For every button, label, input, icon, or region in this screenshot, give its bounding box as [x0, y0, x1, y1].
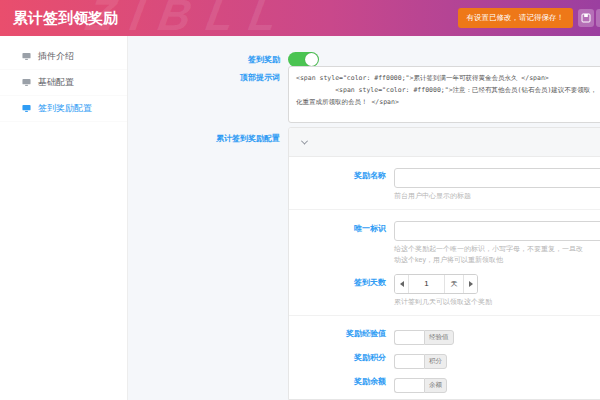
unique-key-label: 唯一标识	[289, 219, 394, 265]
unique-key-help: 给这个奖励起一个唯一的标识，小写字母，不要重复，一旦改 动这个key，用户将可以…	[394, 244, 600, 266]
top-tip-label: 顶部提示词	[128, 70, 280, 85]
days-decrease-button[interactable]	[395, 275, 408, 293]
reward-name-input[interactable]	[394, 168, 600, 188]
reward-balance-input[interactable]	[394, 378, 424, 393]
sidebar-item-label: 插件介绍	[38, 50, 74, 63]
sidebar-item-label: 基础配置	[38, 76, 74, 89]
days-increase-button[interactable]	[464, 275, 477, 293]
save-notice-button[interactable]: 有设置已修改，请记得保存！	[458, 8, 574, 28]
sidebar-item-label: 签到奖励配置	[38, 102, 92, 115]
signin-toggle-label: 签到奖励	[128, 52, 280, 67]
unique-key-input[interactable]	[394, 221, 600, 241]
sidebar-item-signin-reward-config[interactable]: 签到奖励配置	[0, 96, 127, 122]
signin-reward-toggle[interactable]	[288, 52, 319, 67]
group-uid-days: 唯一标识 给这个奖励起一个唯一的标识，小写字母，不要重复，一旦改 动这个key，…	[289, 209, 600, 315]
group-reward-name: 奖励名称 前台用户中心显示的标题	[289, 157, 600, 209]
reward-exp-group: 经验值	[394, 330, 454, 345]
reward-exp-addon: 经验值	[424, 330, 454, 345]
settings-form: 签到奖励 顶部提示词 <span style="color: #ff0000;"…	[128, 36, 600, 400]
floppy-icon	[581, 13, 591, 23]
accordion-header[interactable]	[289, 128, 600, 157]
chevron-down-icon	[301, 137, 308, 144]
monitor-icon	[22, 104, 31, 113]
toggle-knob	[305, 53, 318, 66]
accum-config-label: 累计签到奖励配置	[128, 131, 280, 146]
reward-points-addon: 积分	[424, 354, 447, 369]
right-arrow-icon	[469, 281, 473, 287]
sidebar-item-plugin-intro[interactable]: 插件介绍	[0, 44, 127, 70]
reward-balance-label: 奖励余额	[289, 374, 394, 393]
save-icon-button[interactable]	[578, 9, 594, 27]
accordion-body: 奖励名称 前台用户中心显示的标题 唯一标识 给这个奖励起一个唯一的标识，小写字母…	[289, 157, 600, 400]
monitor-icon	[22, 52, 31, 61]
reward-exp-label: 奖励经验值	[289, 326, 394, 345]
reward-exp-input[interactable]	[394, 330, 424, 345]
sidebar: 插件介绍 基础配置 签到奖励配置	[0, 36, 128, 400]
left-arrow-icon	[400, 281, 404, 287]
sidebar-item-basic-config[interactable]: 基础配置	[0, 70, 127, 96]
reward-balance-group: 余额	[394, 378, 447, 393]
reward-points-group: 积分	[394, 354, 447, 369]
reward-points-input[interactable]	[394, 354, 424, 369]
page-header: ZIBLL 累计签到领奖励 有设置已修改，请记得保存！	[0, 0, 600, 36]
signin-days-help: 累计签到几天可以领取这个奖励	[394, 297, 600, 308]
group-reward-values: 奖励经验值 经验值 奖励积分 积	[289, 315, 600, 400]
page-title: 累计签到领奖励	[13, 9, 118, 28]
days-unit-addon: 天	[444, 275, 464, 293]
reward-name-help: 前台用户中心显示的标题	[394, 191, 600, 202]
signin-days-label: 签到天数	[289, 273, 394, 308]
plugin-settings-window: ZIBLL 累计签到领奖励 有设置已修改，请记得保存！ 插件介绍 基础配置	[0, 0, 600, 400]
reward-name-label: 奖励名称	[289, 166, 394, 201]
monitor-icon	[22, 78, 31, 87]
signin-days-stepper: 天	[394, 274, 478, 294]
days-input[interactable]	[408, 275, 444, 293]
top-tip-textarea[interactable]: <span style="color: #ff0000;">累计签到满一年可获得…	[288, 66, 600, 123]
reward-points-label: 奖励积分	[289, 350, 394, 369]
edge-partial-button[interactable]	[596, 9, 600, 27]
reward-config-panel: 奖励名称 前台用户中心显示的标题 唯一标识 给这个奖励起一个唯一的标识，小写字母…	[288, 127, 600, 400]
reward-balance-addon: 余额	[424, 378, 447, 393]
